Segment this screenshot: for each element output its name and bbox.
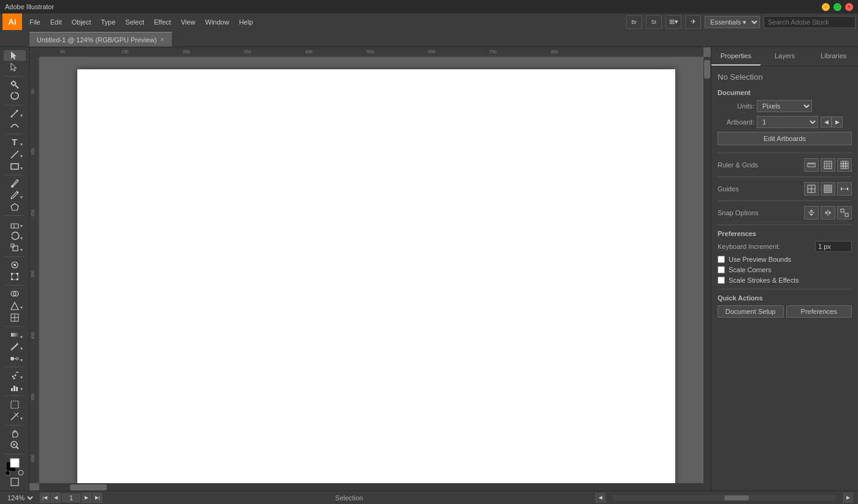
vertical-scroll-thumb[interactable] <box>704 60 710 78</box>
canvas-scroll[interactable] <box>39 57 711 491</box>
perspective-tool[interactable]: ▼ <box>4 300 26 311</box>
scroll-nav-right: ▶ <box>843 493 853 503</box>
puppet-warp-tool[interactable] <box>4 259 26 270</box>
free-transform-tool[interactable] <box>4 272 26 282</box>
tab-layers[interactable]: Layers <box>760 47 810 66</box>
selection-tool[interactable] <box>4 50 26 61</box>
rectangle-tool[interactable]: ▼ <box>4 161 26 171</box>
minimize-button[interactable]: − <box>822 3 830 11</box>
slice-tool[interactable]: ▼ <box>4 411 26 421</box>
preferences-button[interactable]: Preferences <box>786 305 852 318</box>
horizontal-scroll-thumb[interactable] <box>70 484 107 491</box>
menu-select[interactable]: Select <box>120 13 149 30</box>
menu-window[interactable]: Window <box>201 13 234 30</box>
guide-icon-btn-2[interactable] <box>821 182 835 196</box>
scale-corners-checkbox[interactable] <box>718 266 725 273</box>
zoom-select[interactable]: 124% 100% 50% 200% <box>5 494 35 502</box>
artboard-prev-btn[interactable]: ◀ <box>821 116 832 128</box>
symbol-sprayer-tool[interactable]: ▼ <box>4 370 26 381</box>
menu-help[interactable]: Help <box>234 13 258 30</box>
fill-stroke-widget[interactable] <box>4 457 26 476</box>
canvas-area[interactable]: 50 150 250 350 450 550 650 750 850 50 15… <box>29 47 711 491</box>
pencil-tool[interactable]: ▼ <box>4 190 26 200</box>
use-preview-bounds-checkbox[interactable] <box>718 256 725 263</box>
menu-view[interactable]: View <box>176 13 201 30</box>
shape-builder-tool[interactable] <box>4 289 26 299</box>
first-artboard-btn[interactable]: |◀ <box>40 493 50 503</box>
eraser-tool[interactable]: ▼ <box>4 219 26 229</box>
menu-type[interactable]: Type <box>96 13 121 30</box>
svg-rect-40 <box>13 386 15 391</box>
units-select[interactable]: Pixels Inches Centimeters Millimeters Po… <box>757 100 812 112</box>
pen-tool[interactable]: ▼ <box>4 109 26 119</box>
maximize-button[interactable]: □ <box>833 3 841 11</box>
vertical-scrollbar[interactable] <box>703 57 711 483</box>
scale-tool[interactable]: ▼ <box>4 243 26 253</box>
hand-tool[interactable] <box>4 428 26 438</box>
grid-icon-btn[interactable] <box>821 158 835 172</box>
svg-marker-103 <box>841 187 843 191</box>
menu-edit[interactable]: Edit <box>45 13 67 30</box>
artboard-label: Artboard: <box>718 118 754 126</box>
mesh-tool[interactable] <box>4 312 26 323</box>
titlebar-left: Adobe Illustrator <box>5 3 54 10</box>
guide-icon-btn-3[interactable] <box>837 182 852 196</box>
pixel-grid-icon-btn[interactable] <box>837 158 852 172</box>
direct-selection-tool[interactable] <box>4 62 26 72</box>
svg-text:50: 50 <box>60 50 65 54</box>
layout-btn[interactable]: ⊞▾ <box>665 15 681 29</box>
blend-tool[interactable]: ▼ <box>4 353 26 364</box>
snap-icon-btn-2[interactable] <box>821 206 835 220</box>
divider-5 <box>718 289 852 289</box>
zoom-tool[interactable] <box>4 440 26 451</box>
snap-icon-btn-1[interactable] <box>804 206 819 220</box>
scale-strokes-checkbox[interactable] <box>718 277 725 284</box>
next-artboard-btn[interactable]: ▶ <box>82 493 91 503</box>
menu-effect[interactable]: Effect <box>149 13 176 30</box>
line-tool[interactable]: ▼ <box>4 149 26 159</box>
guide-icon-btn-1[interactable] <box>804 182 819 196</box>
artboard-number-input[interactable] <box>62 494 80 502</box>
rotate-tool[interactable]: ▼ <box>4 231 26 241</box>
tab-close-btn[interactable]: × <box>161 36 164 43</box>
shaper-tool[interactable] <box>4 202 26 212</box>
bridge-btn[interactable]: Br <box>626 15 642 29</box>
screen-mode-btn[interactable] <box>4 477 26 487</box>
scroll-right-btn[interactable]: ▶ <box>843 493 853 503</box>
lasso-tool[interactable] <box>4 91 26 102</box>
search-input[interactable] <box>764 16 856 28</box>
type-tool[interactable]: T ▼ <box>4 137 26 148</box>
prev-artboard-btn[interactable]: ◀ <box>51 493 61 503</box>
scroll-left-btn[interactable]: ◀ <box>596 493 605 503</box>
gradient-tool[interactable]: ▼ <box>4 329 26 340</box>
stock-btn[interactable]: St <box>646 15 662 29</box>
menu-file[interactable]: File <box>25 13 45 30</box>
keyboard-increment-input[interactable] <box>815 241 852 252</box>
snap-icon-btn-3[interactable] <box>837 206 852 220</box>
edit-artboards-button[interactable]: Edit Artboards <box>718 132 852 145</box>
snap-options-label: Snap Options <box>718 209 804 216</box>
artboard-tool[interactable] <box>4 399 26 410</box>
magic-wand-tool[interactable] <box>4 79 26 90</box>
ruler-icon-btn[interactable] <box>804 158 819 172</box>
tab-properties[interactable]: Properties <box>711 47 760 66</box>
curvature-tool[interactable] <box>4 120 26 131</box>
workspace-selector[interactable]: Essentials ▾ <box>705 16 760 28</box>
artboard-select[interactable]: 1 <box>757 116 818 128</box>
horizontal-scrollbar[interactable] <box>39 483 703 491</box>
artboard-next-btn[interactable]: ▶ <box>832 116 843 128</box>
document-tab[interactable]: Untitled-1 @ 124% (RGB/GPU Preview) × <box>29 32 172 47</box>
scroll-track[interactable] <box>613 495 836 501</box>
ruler-corner <box>29 47 39 57</box>
column-graph-tool[interactable]: ▼ <box>4 382 26 392</box>
tab-libraries[interactable]: Libraries <box>809 47 858 66</box>
eyedropper-tool[interactable]: ▼ <box>4 342 26 352</box>
close-button[interactable]: × <box>845 3 853 11</box>
last-artboard-btn[interactable]: ▶| <box>93 493 102 503</box>
menu-object[interactable]: Object <box>67 13 96 30</box>
share-btn[interactable]: ✈ <box>685 15 701 29</box>
paintbrush-tool[interactable] <box>4 178 26 188</box>
document-setup-button[interactable]: Document Setup <box>718 305 784 318</box>
artboard[interactable] <box>77 69 675 491</box>
scale-corners-row: Scale Corners <box>718 266 852 273</box>
